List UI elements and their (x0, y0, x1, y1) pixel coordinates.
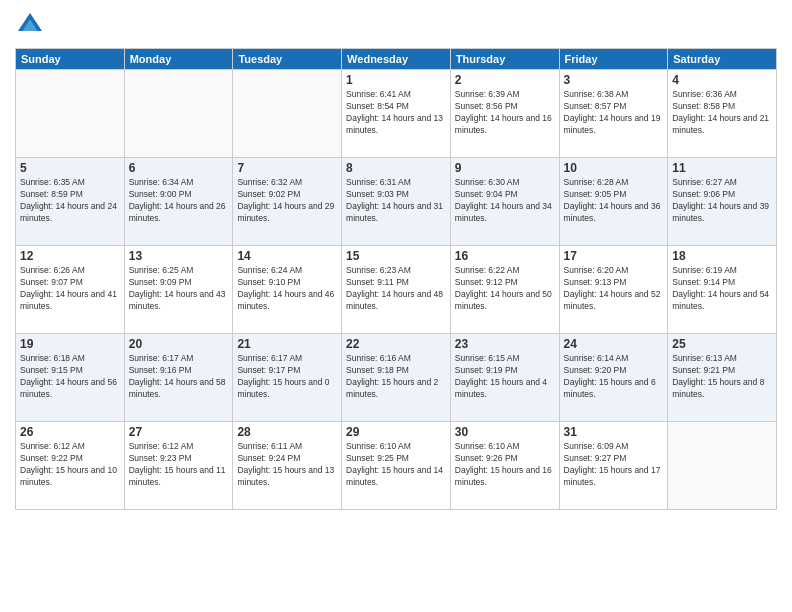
daylight-label: Daylight: 14 hours and 19 minutes. (564, 113, 661, 135)
day-info: Sunrise: 6:09 AM Sunset: 9:27 PM Dayligh… (564, 441, 664, 489)
day-number: 26 (20, 425, 120, 439)
sunset-label: Sunset: 9:20 PM (564, 365, 627, 375)
day-number: 3 (564, 73, 664, 87)
calendar-day-cell: 7 Sunrise: 6:32 AM Sunset: 9:02 PM Dayli… (233, 158, 342, 246)
daylight-label: Daylight: 14 hours and 39 minutes. (672, 201, 769, 223)
sunset-label: Sunset: 9:11 PM (346, 277, 409, 287)
day-info: Sunrise: 6:17 AM Sunset: 9:16 PM Dayligh… (129, 353, 229, 401)
calendar-day-cell: 11 Sunrise: 6:27 AM Sunset: 9:06 PM Dayl… (668, 158, 777, 246)
daylight-label: Daylight: 14 hours and 52 minutes. (564, 289, 661, 311)
day-of-week-header: Thursday (450, 49, 559, 70)
calendar-day-cell: 15 Sunrise: 6:23 AM Sunset: 9:11 PM Dayl… (342, 246, 451, 334)
day-info: Sunrise: 6:25 AM Sunset: 9:09 PM Dayligh… (129, 265, 229, 313)
sunset-label: Sunset: 9:16 PM (129, 365, 192, 375)
sunrise-label: Sunrise: 6:15 AM (455, 353, 520, 363)
calendar-day-cell: 2 Sunrise: 6:39 AM Sunset: 8:56 PM Dayli… (450, 70, 559, 158)
sunset-label: Sunset: 9:05 PM (564, 189, 627, 199)
calendar-day-cell (124, 70, 233, 158)
sunrise-label: Sunrise: 6:18 AM (20, 353, 85, 363)
sunrise-label: Sunrise: 6:17 AM (237, 353, 302, 363)
calendar-day-cell: 3 Sunrise: 6:38 AM Sunset: 8:57 PM Dayli… (559, 70, 668, 158)
sunrise-label: Sunrise: 6:25 AM (129, 265, 194, 275)
daylight-label: Daylight: 14 hours and 16 minutes. (455, 113, 552, 135)
day-info: Sunrise: 6:27 AM Sunset: 9:06 PM Dayligh… (672, 177, 772, 225)
calendar-header-row: SundayMondayTuesdayWednesdayThursdayFrid… (16, 49, 777, 70)
sunrise-label: Sunrise: 6:22 AM (455, 265, 520, 275)
day-info: Sunrise: 6:28 AM Sunset: 9:05 PM Dayligh… (564, 177, 664, 225)
calendar-day-cell: 26 Sunrise: 6:12 AM Sunset: 9:22 PM Dayl… (16, 422, 125, 510)
sunrise-label: Sunrise: 6:11 AM (237, 441, 302, 451)
page: SundayMondayTuesdayWednesdayThursdayFrid… (0, 0, 792, 612)
daylight-label: Daylight: 15 hours and 2 minutes. (346, 377, 438, 399)
calendar-day-cell: 4 Sunrise: 6:36 AM Sunset: 8:58 PM Dayli… (668, 70, 777, 158)
calendar-day-cell: 5 Sunrise: 6:35 AM Sunset: 8:59 PM Dayli… (16, 158, 125, 246)
day-number: 15 (346, 249, 446, 263)
daylight-label: Daylight: 15 hours and 17 minutes. (564, 465, 661, 487)
day-of-week-header: Saturday (668, 49, 777, 70)
day-number: 11 (672, 161, 772, 175)
sunset-label: Sunset: 9:07 PM (20, 277, 83, 287)
sunset-label: Sunset: 8:54 PM (346, 101, 409, 111)
day-of-week-header: Tuesday (233, 49, 342, 70)
day-info: Sunrise: 6:18 AM Sunset: 9:15 PM Dayligh… (20, 353, 120, 401)
sunset-label: Sunset: 9:12 PM (455, 277, 518, 287)
sunset-label: Sunset: 9:25 PM (346, 453, 409, 463)
sunset-label: Sunset: 9:00 PM (129, 189, 192, 199)
day-info: Sunrise: 6:32 AM Sunset: 9:02 PM Dayligh… (237, 177, 337, 225)
calendar-day-cell (668, 422, 777, 510)
day-number: 23 (455, 337, 555, 351)
day-info: Sunrise: 6:20 AM Sunset: 9:13 PM Dayligh… (564, 265, 664, 313)
sunrise-label: Sunrise: 6:26 AM (20, 265, 85, 275)
day-of-week-header: Monday (124, 49, 233, 70)
day-of-week-header: Sunday (16, 49, 125, 70)
daylight-label: Daylight: 14 hours and 31 minutes. (346, 201, 443, 223)
sunrise-label: Sunrise: 6:23 AM (346, 265, 411, 275)
sunrise-label: Sunrise: 6:10 AM (346, 441, 411, 451)
sunset-label: Sunset: 9:19 PM (455, 365, 518, 375)
day-info: Sunrise: 6:12 AM Sunset: 9:22 PM Dayligh… (20, 441, 120, 489)
sunset-label: Sunset: 9:24 PM (237, 453, 300, 463)
calendar-day-cell (16, 70, 125, 158)
day-number: 5 (20, 161, 120, 175)
daylight-label: Daylight: 14 hours and 43 minutes. (129, 289, 226, 311)
calendar-day-cell: 27 Sunrise: 6:12 AM Sunset: 9:23 PM Dayl… (124, 422, 233, 510)
sunrise-label: Sunrise: 6:28 AM (564, 177, 629, 187)
sunrise-label: Sunrise: 6:16 AM (346, 353, 411, 363)
daylight-label: Daylight: 14 hours and 58 minutes. (129, 377, 226, 399)
day-info: Sunrise: 6:11 AM Sunset: 9:24 PM Dayligh… (237, 441, 337, 489)
calendar-day-cell: 1 Sunrise: 6:41 AM Sunset: 8:54 PM Dayli… (342, 70, 451, 158)
calendar-day-cell: 19 Sunrise: 6:18 AM Sunset: 9:15 PM Dayl… (16, 334, 125, 422)
calendar-week-row: 19 Sunrise: 6:18 AM Sunset: 9:15 PM Dayl… (16, 334, 777, 422)
sunset-label: Sunset: 9:03 PM (346, 189, 409, 199)
day-info: Sunrise: 6:10 AM Sunset: 9:25 PM Dayligh… (346, 441, 446, 489)
calendar-day-cell: 10 Sunrise: 6:28 AM Sunset: 9:05 PM Dayl… (559, 158, 668, 246)
day-number: 30 (455, 425, 555, 439)
day-number: 27 (129, 425, 229, 439)
daylight-label: Daylight: 15 hours and 0 minutes. (237, 377, 329, 399)
calendar-day-cell: 16 Sunrise: 6:22 AM Sunset: 9:12 PM Dayl… (450, 246, 559, 334)
sunrise-label: Sunrise: 6:12 AM (20, 441, 85, 451)
daylight-label: Daylight: 14 hours and 56 minutes. (20, 377, 117, 399)
sunset-label: Sunset: 9:14 PM (672, 277, 735, 287)
sunrise-label: Sunrise: 6:14 AM (564, 353, 629, 363)
daylight-label: Daylight: 15 hours and 14 minutes. (346, 465, 443, 487)
sunset-label: Sunset: 8:56 PM (455, 101, 518, 111)
sunrise-label: Sunrise: 6:17 AM (129, 353, 194, 363)
sunrise-label: Sunrise: 6:12 AM (129, 441, 194, 451)
sunset-label: Sunset: 9:17 PM (237, 365, 300, 375)
day-info: Sunrise: 6:22 AM Sunset: 9:12 PM Dayligh… (455, 265, 555, 313)
header (15, 10, 777, 40)
day-info: Sunrise: 6:16 AM Sunset: 9:18 PM Dayligh… (346, 353, 446, 401)
daylight-label: Daylight: 14 hours and 29 minutes. (237, 201, 334, 223)
sunrise-label: Sunrise: 6:09 AM (564, 441, 629, 451)
day-number: 24 (564, 337, 664, 351)
sunset-label: Sunset: 9:02 PM (237, 189, 300, 199)
sunrise-label: Sunrise: 6:35 AM (20, 177, 85, 187)
daylight-label: Daylight: 14 hours and 34 minutes. (455, 201, 552, 223)
sunset-label: Sunset: 9:10 PM (237, 277, 300, 287)
sunrise-label: Sunrise: 6:20 AM (564, 265, 629, 275)
day-info: Sunrise: 6:14 AM Sunset: 9:20 PM Dayligh… (564, 353, 664, 401)
calendar-week-row: 12 Sunrise: 6:26 AM Sunset: 9:07 PM Dayl… (16, 246, 777, 334)
daylight-label: Daylight: 15 hours and 4 minutes. (455, 377, 547, 399)
day-number: 20 (129, 337, 229, 351)
